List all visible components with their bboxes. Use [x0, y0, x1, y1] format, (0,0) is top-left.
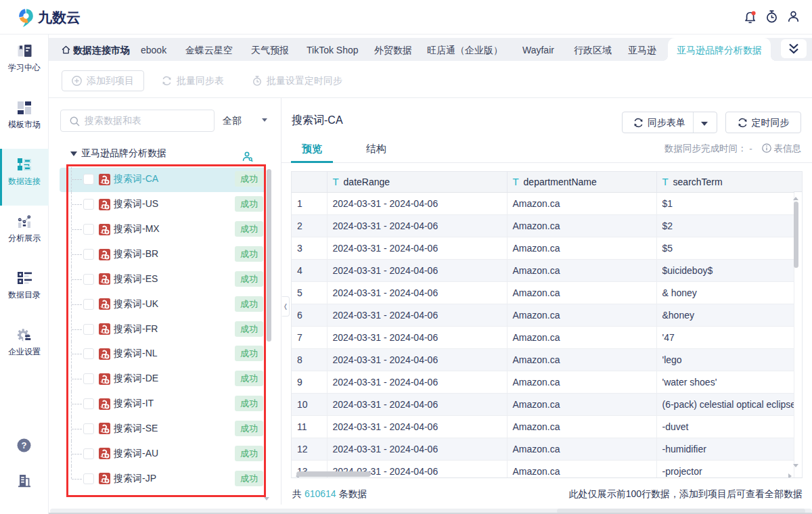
svg-text:?: ? [22, 440, 27, 450]
